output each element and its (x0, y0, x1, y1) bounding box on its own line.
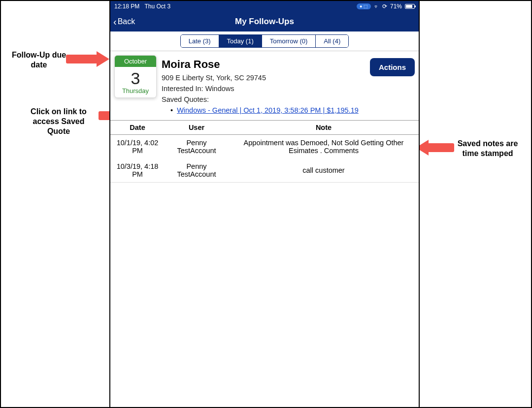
due-month: October (115, 56, 156, 67)
battery-text: 71% (390, 3, 402, 10)
due-day-name: Thursday (115, 87, 156, 97)
saved-quotes-label: Saved Quotes: (162, 95, 365, 103)
battery-icon (405, 4, 415, 9)
saved-quote-link[interactable]: Windows - General | Oct 1, 2019, 3:58:26… (177, 106, 359, 114)
status-bar: 12:18 PM Thu Oct 3 ● ⬚ ᯤ ⟳ 71% (110, 1, 419, 12)
lead-interested: Interested In: Windows (162, 85, 365, 93)
note-date: 10/1/19, 4:02 PM (110, 135, 165, 159)
lead-name: Moira Rose (162, 58, 365, 71)
note-text: Appointment was Demoed, Not Sold Getting… (229, 135, 419, 159)
status-date: Thu Oct 3 (144, 3, 170, 10)
tab-tomorrow[interactable]: Tomorrow (0) (262, 35, 316, 47)
saved-quote-item: • Windows - General | Oct 1, 2019, 3:58:… (170, 106, 365, 114)
due-date-tile: October 3 Thursday (114, 55, 157, 98)
notes-section: Date User Note 10/1/19, 4:02 PM Penny Te… (110, 118, 419, 183)
nav-bar: ‹ Back My Follow-Ups (110, 12, 419, 31)
segmented-control: Late (3) Today (1) Tomorrow (0) All (4) (110, 31, 419, 51)
note-user: Penny TestAccount (165, 158, 229, 182)
tab-all[interactable]: All (4) (316, 35, 348, 47)
back-button[interactable]: ‹ Back (113, 17, 135, 27)
lead-address: 909 E Liberty St, York, SC 29745 (162, 74, 365, 82)
note-date: 10/3/19, 4:18 PM (110, 158, 165, 182)
lead-card: October 3 Thursday Moira Rose 909 E Libe… (110, 51, 419, 118)
note-user: Penny TestAccount (165, 135, 229, 159)
col-date: Date (110, 121, 165, 135)
doc-frame: Follow-Up due date Click on link to acce… (0, 0, 532, 408)
device-ipad: 12:18 PM Thu Oct 3 ● ⬚ ᯤ ⟳ 71% ‹ Back My… (109, 1, 420, 407)
annotation-quote-link: Click on link to access Saved Quote (22, 107, 96, 136)
col-note: Note (229, 121, 419, 135)
note-text: call customer (229, 158, 419, 182)
tab-today[interactable]: Today (1) (219, 35, 262, 47)
table-row: 10/1/19, 4:02 PM Penny TestAccount Appoi… (110, 135, 419, 159)
back-label: Back (118, 17, 135, 26)
notes-table: Date User Note 10/1/19, 4:02 PM Penny Te… (110, 120, 419, 182)
due-day-number: 3 (115, 67, 156, 87)
lock-rotation-icon: ⟳ (382, 3, 387, 10)
page-title: My Follow-Ups (235, 17, 294, 27)
actions-button[interactable]: Actions (370, 58, 415, 76)
wifi-icon: ᯤ (374, 3, 379, 9)
annotation-notes-stamp: Saved notes are time stamped (448, 139, 527, 158)
tab-late[interactable]: Late (3) (181, 35, 219, 47)
table-row: 10/3/19, 4:18 PM Penny TestAccount call … (110, 158, 419, 182)
chevron-left-icon: ‹ (113, 17, 117, 27)
screen-record-icon: ● ⬚ (357, 3, 371, 9)
status-time: 12:18 PM (114, 3, 139, 10)
col-user: User (165, 121, 229, 135)
annotation-due-date: Follow-Up due date (8, 50, 70, 70)
